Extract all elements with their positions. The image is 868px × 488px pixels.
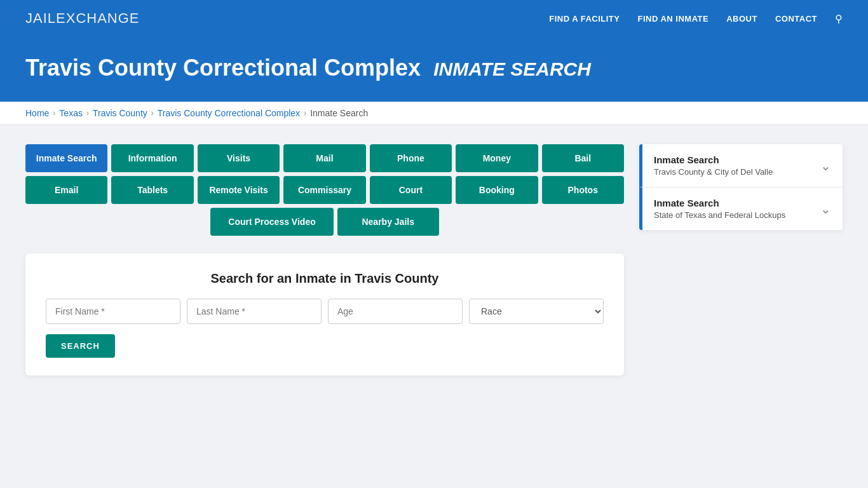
breadcrumb-travis-county[interactable]: Travis County xyxy=(93,108,147,118)
sidebar-inmate-search-texas[interactable]: Inmate Search State of Texas and Federal… xyxy=(639,187,843,230)
tab-bail[interactable]: Bail xyxy=(542,144,624,172)
breadcrumb-current: Inmate Search xyxy=(310,108,368,118)
chevron-down-icon-1: ⌄ xyxy=(820,158,831,173)
search-button[interactable]: SEARCH xyxy=(46,334,115,358)
tabs-row-1: Inmate Search Information Visits Mail Ph… xyxy=(25,144,624,172)
site-logo[interactable]: JAILEXCHANGE xyxy=(25,10,140,27)
logo-jail-text: JAIL xyxy=(25,10,56,26)
sidebar-item-title-2: Inmate Search xyxy=(654,198,785,208)
last-name-input[interactable] xyxy=(187,299,322,324)
breadcrumb: Home › Texas › Travis County › Travis Co… xyxy=(25,108,843,118)
tabs-row-3: Court Process Video Nearby Jails xyxy=(25,208,624,236)
left-column: Inmate Search Information Visits Mail Ph… xyxy=(25,144,624,376)
breadcrumb-sep-2: › xyxy=(86,109,89,118)
nav-links: FIND A FACILITY FIND AN INMATE ABOUT CON… xyxy=(549,13,843,25)
tab-mail[interactable]: Mail xyxy=(283,144,365,172)
find-facility-link[interactable]: FIND A FACILITY xyxy=(549,14,620,24)
right-sidebar: Inmate Search Travis County & City of De… xyxy=(639,144,843,230)
tab-remote-visits[interactable]: Remote Visits xyxy=(198,176,280,204)
tab-photos[interactable]: Photos xyxy=(542,176,624,204)
sidebar-item-text-2: Inmate Search State of Texas and Federal… xyxy=(654,198,785,220)
tabs-section: Inmate Search Information Visits Mail Ph… xyxy=(25,144,624,236)
breadcrumb-sep-4: › xyxy=(304,109,306,118)
tab-booking[interactable]: Booking xyxy=(456,176,538,204)
page-title: Travis County Correctional Complex INMAT… xyxy=(25,55,843,81)
age-input[interactable] xyxy=(328,299,463,324)
race-select[interactable]: Race White Black Hispanic Asian Other xyxy=(469,299,604,324)
tab-nearby-jails[interactable]: Nearby Jails xyxy=(337,208,439,236)
sidebar-item-sub-1: Travis County & City of Del Valle xyxy=(654,167,773,177)
chevron-down-icon-2: ⌄ xyxy=(820,201,831,217)
search-fields: Race White Black Hispanic Asian Other xyxy=(46,299,604,324)
search-card: Search for an Inmate in Travis County Ra… xyxy=(25,254,624,376)
sidebar-item-sub-2: State of Texas and Federal Lockups xyxy=(654,210,785,220)
logo-exchange-text: EXCHANGE xyxy=(56,10,139,26)
tab-court-process-video[interactable]: Court Process Video xyxy=(210,208,333,236)
search-icon[interactable]: ⚲ xyxy=(835,13,843,25)
navbar: JAILEXCHANGE FIND A FACILITY FIND AN INM… xyxy=(0,0,868,37)
hero-title-subtitle: INMATE SEARCH xyxy=(433,58,591,79)
sidebar-card: Inmate Search Travis County & City of De… xyxy=(639,144,843,230)
main-area: Inmate Search Information Visits Mail Ph… xyxy=(0,125,868,395)
tab-visits[interactable]: Visits xyxy=(198,144,280,172)
tab-tablets[interactable]: Tablets xyxy=(111,176,193,204)
sidebar-inmate-search-travis[interactable]: Inmate Search Travis County & City of De… xyxy=(639,144,843,187)
sidebar-item-title-1: Inmate Search xyxy=(654,154,773,165)
tab-commissary[interactable]: Commissary xyxy=(283,176,365,204)
tab-inmate-search[interactable]: Inmate Search xyxy=(25,144,107,172)
breadcrumb-sep-3: › xyxy=(151,109,154,118)
tab-information[interactable]: Information xyxy=(111,144,193,172)
breadcrumb-facility[interactable]: Travis County Correctional Complex xyxy=(158,108,300,118)
tabs-row-2: Email Tablets Remote Visits Commissary C… xyxy=(25,176,624,204)
tab-money[interactable]: Money xyxy=(456,144,538,172)
first-name-input[interactable] xyxy=(46,299,180,324)
tab-court[interactable]: Court xyxy=(370,176,452,204)
contact-link[interactable]: CONTACT xyxy=(775,14,817,24)
breadcrumb-texas[interactable]: Texas xyxy=(59,108,83,118)
hero-section: Travis County Correctional Complex INMAT… xyxy=(0,37,868,102)
tab-phone[interactable]: Phone xyxy=(370,144,452,172)
breadcrumb-sep-1: › xyxy=(53,109,55,118)
hero-title-main: Travis County Correctional Complex xyxy=(25,55,421,81)
search-card-title: Search for an Inmate in Travis County xyxy=(46,271,604,286)
breadcrumb-home[interactable]: Home xyxy=(25,108,49,118)
about-link[interactable]: ABOUT xyxy=(726,14,757,24)
tab-email[interactable]: Email xyxy=(25,176,107,204)
breadcrumb-bar: Home › Texas › Travis County › Travis Co… xyxy=(0,102,868,125)
sidebar-item-text-1: Inmate Search Travis County & City of De… xyxy=(654,154,773,177)
find-inmate-link[interactable]: FIND AN INMATE xyxy=(637,14,709,24)
